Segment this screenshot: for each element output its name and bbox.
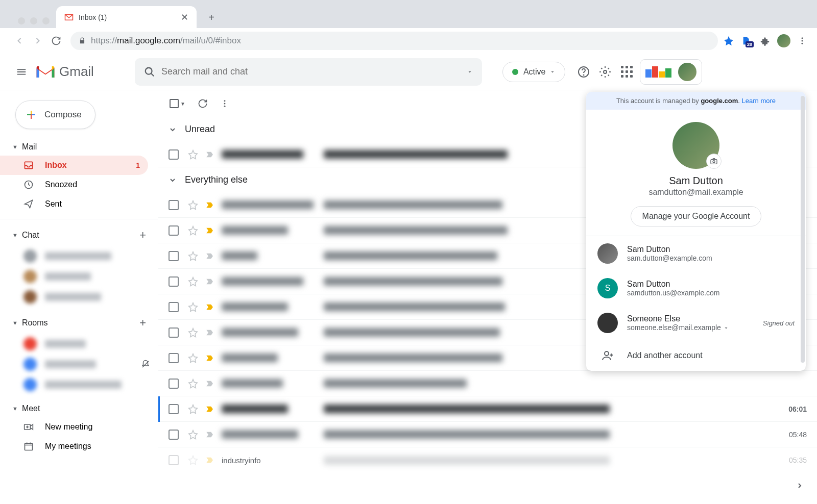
extension-badge[interactable]: 28 [741, 35, 753, 46]
compose-button[interactable]: Compose [15, 100, 95, 129]
important-icon[interactable] [205, 200, 214, 210]
star-icon[interactable] [188, 276, 198, 287]
more-button[interactable] [220, 99, 229, 108]
account-avatar[interactable] [678, 63, 696, 81]
room-item[interactable] [0, 374, 158, 395]
inbox-count: 1 [136, 161, 140, 169]
learn-more-link[interactable]: Learn more [742, 97, 776, 105]
email-row[interactable]: 05:48 [158, 422, 817, 447]
important-icon[interactable] [205, 430, 214, 439]
row-checkbox[interactable] [169, 276, 179, 287]
reload-button[interactable] [47, 32, 65, 50]
sidebar-item-my-meetings[interactable]: My meetings [0, 437, 148, 456]
section-rooms[interactable]: ▼ Rooms + [0, 312, 158, 334]
star-icon[interactable] [188, 327, 198, 338]
browser-tab[interactable]: Inbox (1) ✕ [56, 6, 197, 28]
status-chip[interactable]: Active [502, 62, 566, 82]
star-icon[interactable] [188, 302, 198, 312]
room-item[interactable] [0, 354, 158, 374]
email-row[interactable] [158, 371, 817, 396]
back-button[interactable] [10, 32, 29, 50]
star-icon[interactable] [188, 353, 198, 363]
star-icon[interactable] [188, 149, 198, 160]
room-item[interactable] [0, 334, 158, 354]
important-icon[interactable] [205, 328, 214, 337]
chat-contact[interactable] [0, 266, 158, 287]
main-menu-button[interactable] [10, 61, 33, 83]
row-checkbox[interactable] [169, 149, 179, 160]
row-checkbox[interactable] [169, 302, 179, 312]
tab-close-icon[interactable]: ✕ [181, 12, 188, 23]
star-icon[interactable] [188, 225, 198, 236]
star-icon[interactable] [188, 430, 198, 440]
forward-button[interactable] [29, 32, 47, 50]
select-all-checkbox[interactable]: ▼ [170, 99, 185, 108]
important-icon[interactable] [205, 226, 214, 235]
settings-button[interactable] [599, 66, 611, 78]
important-icon[interactable] [205, 277, 214, 286]
chat-contact[interactable] [0, 246, 158, 266]
email-row[interactable]: 06:01 [158, 396, 817, 422]
section-chat[interactable]: ▼ Chat + [0, 224, 158, 246]
bookmark-star-icon[interactable] [723, 35, 734, 46]
manage-account-button[interactable]: Manage your Google Account [631, 206, 762, 226]
address-bar[interactable]: https://mail.google.com/mail/u/0/#inbox [70, 32, 718, 50]
profile-avatar[interactable] [777, 34, 790, 47]
svg-point-11 [224, 100, 225, 102]
row-checkbox[interactable] [169, 455, 179, 465]
section-meet[interactable]: ▼ Meet [0, 400, 158, 417]
add-chat-button[interactable]: + [139, 229, 146, 242]
sidebar-item-sent[interactable]: Sent [0, 194, 148, 214]
support-button[interactable] [578, 66, 590, 78]
important-icon[interactable] [205, 379, 214, 388]
search-input[interactable] [161, 66, 467, 77]
important-icon[interactable] [205, 303, 214, 312]
row-checkbox[interactable] [169, 200, 179, 210]
add-account-button[interactable]: Add another account [586, 340, 806, 371]
sidebar-item-inbox[interactable]: Inbox 1 [0, 156, 148, 175]
svg-rect-10 [25, 443, 33, 450]
star-icon[interactable] [188, 455, 198, 465]
add-room-button[interactable]: + [139, 316, 146, 330]
side-panel-toggle[interactable] [791, 477, 808, 494]
row-checkbox[interactable] [169, 251, 179, 261]
close-dot[interactable] [18, 17, 25, 24]
row-checkbox[interactable] [169, 353, 179, 363]
row-checkbox[interactable] [169, 379, 179, 389]
popup-scrollbar[interactable] [801, 96, 805, 363]
apps-button[interactable] [620, 66, 633, 78]
chat-contact[interactable] [0, 287, 158, 307]
star-icon[interactable] [188, 379, 198, 389]
sidebar-item-new-meeting[interactable]: New meeting [0, 417, 148, 437]
section-mail[interactable]: ▼ Mail [0, 138, 158, 156]
sidebar-item-snoozed[interactable]: Snoozed [0, 175, 148, 194]
search-options-icon[interactable] [467, 69, 473, 75]
svg-point-15 [713, 161, 715, 163]
row-checkbox[interactable] [169, 327, 179, 338]
new-tab-button[interactable]: + [204, 10, 219, 25]
gmail-logo[interactable]: Gmail [36, 64, 94, 80]
maximize-dot[interactable] [42, 17, 50, 24]
important-icon[interactable] [205, 405, 214, 414]
browser-menu-icon[interactable] [798, 36, 807, 45]
minimize-dot[interactable] [30, 17, 37, 24]
star-icon[interactable] [188, 200, 198, 210]
change-photo-button[interactable] [706, 154, 722, 169]
important-icon[interactable] [205, 150, 214, 159]
star-icon[interactable] [188, 251, 198, 261]
search-box[interactable] [135, 58, 482, 86]
important-icon[interactable] [205, 456, 214, 465]
star-icon[interactable] [188, 404, 198, 414]
row-checkbox[interactable] [169, 430, 179, 440]
row-checkbox[interactable] [169, 404, 179, 414]
row-checkbox[interactable] [169, 225, 179, 236]
email-row[interactable]: industryinfo05:35 [158, 447, 817, 473]
refresh-button[interactable] [198, 98, 208, 109]
account-row[interactable]: Sam Dutton sam.dutton@example.com [586, 236, 806, 271]
important-icon[interactable] [205, 251, 214, 261]
extensions-icon[interactable] [760, 36, 770, 46]
important-icon[interactable] [205, 354, 214, 363]
account-row[interactable]: S Sam Dutton samdutton.us@example.com [586, 271, 806, 306]
caret-icon: ▼ [12, 320, 18, 326]
account-row[interactable]: Someone Else someone.else@mail.example S… [586, 306, 806, 340]
